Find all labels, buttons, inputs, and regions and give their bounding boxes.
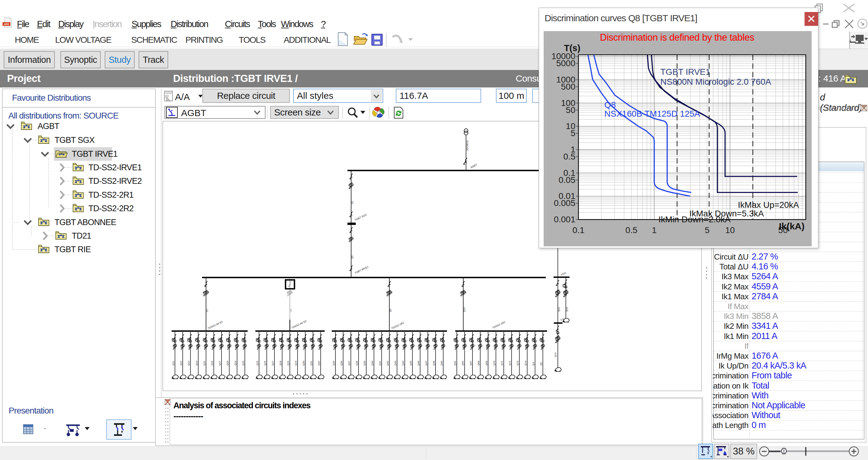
svg-text:TGBT ABONNEE: TGBT ABONNEE	[55, 218, 116, 227]
svg-text:Q12: Q12	[180, 361, 182, 365]
svg-text:Q69: Q69	[485, 361, 488, 365]
svg-text:IkMin Down=2.0kA: IkMin Down=2.0kA	[658, 215, 731, 224]
svg-text:0.05: 0.05	[559, 175, 576, 185]
svg-text:Q47: Q47	[425, 361, 428, 365]
svg-text:Q18: Q18	[226, 361, 229, 365]
svg-text:Q28: Q28	[279, 361, 282, 365]
svg-text:TD-SS2-2R1: TD-SS2-2R1	[88, 190, 134, 199]
svg-text:Q10: Q10	[463, 307, 466, 312]
svg-text:Q68: Q68	[477, 361, 480, 365]
svg-text:1: 1	[652, 225, 657, 235]
svg-text:T(s): T(s)	[564, 43, 580, 53]
svg-text:TGBT RIE: TGBT RIE	[55, 245, 91, 254]
svg-text:Q4: Q4	[532, 362, 535, 365]
svg-text:Q20: Q20	[242, 361, 245, 365]
svg-text:Q45: Q45	[409, 361, 412, 365]
svg-text:NSX160B TM125D 125A: NSX160B TM125D 125A	[604, 109, 700, 119]
svg-text:Q48: Q48	[432, 361, 435, 365]
svg-text:Q38: Q38	[355, 361, 358, 365]
svg-text:0.5: 0.5	[625, 225, 637, 235]
svg-text:Q71: Q71	[500, 361, 503, 365]
svg-text:TD-SS2-IRVE1: TD-SS2-IRVE1	[88, 163, 142, 172]
svg-text:0.005: 0.005	[554, 198, 576, 208]
svg-text:Q8: Q8	[604, 100, 616, 109]
svg-text:0.5: 0.5	[563, 152, 576, 161]
svg-text:Q46: Q46	[417, 361, 420, 365]
svg-text:Q67: Q67	[469, 361, 472, 365]
svg-text:AFR: AFR	[4, 23, 9, 26]
svg-text:TD21: TD21	[72, 231, 91, 240]
svg-text:TGBT IRVE1: TGBT IRVE1	[72, 149, 118, 159]
svg-text:Ik(kA): Ik(kA)	[779, 221, 805, 231]
svg-text:10: 10	[725, 225, 735, 235]
svg-text:AGBT: AGBT	[38, 122, 59, 131]
svg-text:SOURCE: SOURCE	[466, 140, 469, 151]
svg-text:0.001: 0.001	[554, 215, 576, 224]
svg-text:Q32: Q32	[317, 361, 320, 365]
svg-text:Q70: Q70	[493, 361, 496, 365]
svg-text:TD-SS2-IRVE2: TD-SS2-IRVE2	[88, 176, 142, 186]
svg-text:5000: 5000	[556, 59, 576, 68]
svg-text:Q65: Q65	[454, 361, 457, 365]
svg-text:5: 5	[570, 128, 576, 138]
svg-text:Q37: Q37	[348, 361, 350, 365]
svg-text:Q6: Q6	[540, 362, 542, 365]
svg-text:Q1: Q1	[351, 201, 353, 204]
svg-text:Q66: Q66	[461, 361, 464, 365]
svg-text:Q26: Q26	[264, 361, 267, 365]
svg-text:5: 5	[705, 225, 710, 235]
svg-text:Q23: Q23	[565, 307, 568, 311]
svg-text:Q7: Q7	[206, 308, 208, 312]
svg-text:Q44: Q44	[402, 361, 404, 365]
svg-text:0.1: 0.1	[572, 225, 585, 235]
svg-text:Q35: Q35	[332, 361, 335, 365]
svg-text:Q49: Q49	[440, 361, 443, 365]
svg-text:Q30: Q30	[302, 361, 305, 365]
svg-text:Q73: Q73	[516, 361, 519, 365]
svg-text:Q13: Q13	[187, 361, 190, 365]
svg-text:Q14: Q14	[195, 361, 198, 365]
svg-text:500: 500	[561, 82, 576, 92]
svg-text:TGBT SGX: TGBT SGX	[55, 135, 95, 145]
svg-text:Q16: Q16	[211, 361, 213, 365]
svg-text:50: 50	[566, 105, 576, 115]
svg-text:Q36: Q36	[340, 361, 343, 365]
svg-text:Q31: Q31	[310, 361, 313, 365]
svg-text:Q24: Q24	[294, 361, 297, 365]
svg-text:Q43: Q43	[394, 361, 397, 365]
svg-text:Q9: Q9	[389, 308, 392, 312]
svg-text:IkMax Up=20kA: IkMax Up=20kA	[738, 200, 799, 210]
svg-text:Q23: Q23	[554, 352, 557, 357]
svg-text:Q22: Q22	[558, 307, 560, 311]
svg-text:Q5: Q5	[351, 255, 353, 259]
svg-text:NS800N Micrologic 2.0 760A: NS800N Micrologic 2.0 760A	[660, 77, 771, 87]
svg-text:Q27: Q27	[271, 361, 274, 365]
svg-text:Q39: Q39	[363, 361, 366, 365]
svg-text:Q19: Q19	[234, 361, 237, 365]
svg-text:Q72: Q72	[508, 361, 511, 365]
svg-text:Q74: Q74	[524, 361, 527, 365]
svg-text:Q42: Q42	[386, 361, 389, 365]
svg-text:Q40: Q40	[371, 361, 374, 365]
svg-text:TGBT IRVE1: TGBT IRVE1	[660, 67, 710, 77]
svg-text:Q17: Q17	[218, 361, 221, 365]
svg-text:Q25: Q25	[256, 361, 259, 365]
svg-text:Q29: Q29	[287, 361, 289, 365]
svg-text:Q15: Q15	[203, 361, 206, 365]
svg-text:TD-SS2-2R2: TD-SS2-2R2	[88, 204, 134, 213]
svg-text:Q8: Q8	[289, 308, 292, 312]
svg-text:Q41: Q41	[378, 361, 381, 365]
svg-text:Q11: Q11	[172, 361, 175, 365]
svg-text:A/A: A/A	[175, 92, 190, 102]
